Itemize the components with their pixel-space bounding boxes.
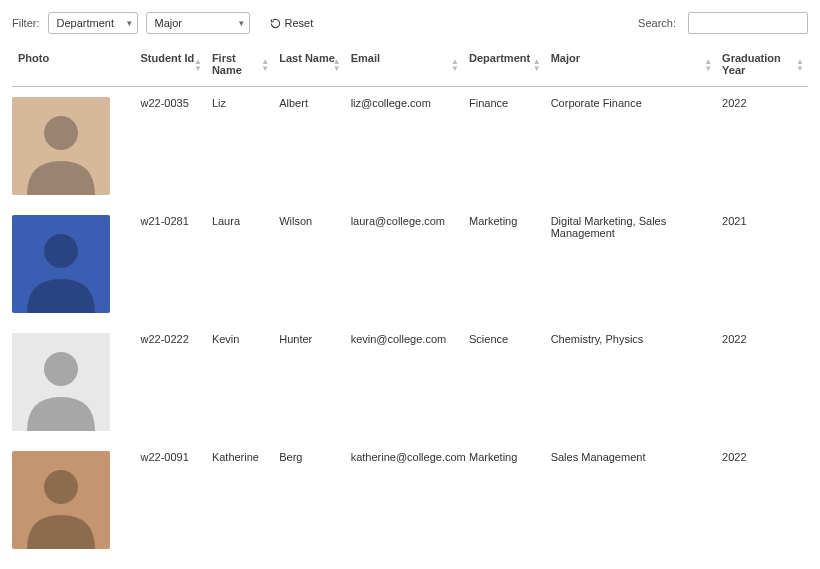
- cell-graduation-year: 2022: [716, 441, 808, 559]
- cell-major: Digital Marketing, Sales Management: [545, 205, 716, 323]
- reset-label: Reset: [285, 17, 314, 29]
- major-select-wrap: Major: [146, 12, 250, 34]
- sort-icon: ▲▼: [451, 58, 459, 72]
- cell-student-id: w22-0035: [134, 87, 205, 206]
- table-row: w22-0111 Kara White kara@college.com Fin…: [12, 559, 808, 569]
- cell-student-id: w21-0281: [134, 205, 205, 323]
- cell-email: kevin@college.com: [345, 323, 463, 441]
- cell-email: liz@college.com: [345, 87, 463, 206]
- col-fn-label: First Name: [212, 52, 242, 76]
- department-select[interactable]: Department: [48, 12, 138, 34]
- cell-graduation-year: 2022: [716, 559, 808, 569]
- col-graduation-year[interactable]: Graduation Year▲▼: [716, 44, 808, 87]
- cell-department: Finance: [463, 87, 545, 206]
- sort-icon: ▲▼: [704, 58, 712, 72]
- cell-photo: [12, 559, 134, 569]
- cell-student-id: w22-0111: [134, 559, 205, 569]
- sort-icon: ▲▼: [261, 58, 269, 72]
- cell-first-name: Katherine: [206, 441, 273, 559]
- major-select[interactable]: Major: [146, 12, 250, 34]
- col-dept-label: Department: [469, 52, 530, 64]
- cell-email: kara@college.com: [345, 559, 463, 569]
- col-department[interactable]: Department▲▼: [463, 44, 545, 87]
- col-photo[interactable]: Photo: [12, 44, 134, 87]
- cell-major: Chemistry, Physics: [545, 323, 716, 441]
- cell-email: laura@college.com: [345, 205, 463, 323]
- col-email[interactable]: Email▲▼: [345, 44, 463, 87]
- table-header-row: Photo Student Id▲▼ First Name▲▼ Last Nam…: [12, 44, 808, 87]
- svg-point-5: [44, 352, 78, 386]
- reset-icon: [270, 18, 281, 29]
- cell-first-name: Kevin: [206, 323, 273, 441]
- table-row: w21-0281 Laura Wilson laura@college.com …: [12, 205, 808, 323]
- cell-email: katherine@college.com: [345, 441, 463, 559]
- cell-last-name: White: [273, 559, 344, 569]
- cell-department: Marketing: [463, 441, 545, 559]
- cell-last-name: Berg: [273, 441, 344, 559]
- cell-last-name: Wilson: [273, 205, 344, 323]
- students-table: Photo Student Id▲▼ First Name▲▼ Last Nam…: [12, 44, 808, 569]
- sort-icon: ▲▼: [533, 58, 541, 72]
- cell-student-id: w22-0091: [134, 441, 205, 559]
- cell-graduation-year: 2021: [716, 205, 808, 323]
- cell-last-name: Albert: [273, 87, 344, 206]
- department-select-wrap: Department: [48, 12, 138, 34]
- sort-icon: ▲▼: [333, 58, 341, 72]
- cell-photo: [12, 205, 134, 323]
- cell-department: Finance: [463, 559, 545, 569]
- cell-photo: [12, 87, 134, 206]
- table-row: w22-0035 Liz Albert liz@college.com Fina…: [12, 87, 808, 206]
- svg-point-3: [44, 234, 78, 268]
- student-photo: [12, 215, 110, 313]
- col-major[interactable]: Major▲▼: [545, 44, 716, 87]
- cell-first-name: Liz: [206, 87, 273, 206]
- student-photo: [12, 333, 110, 431]
- table-row: w22-0091 Katherine Berg katherine@colleg…: [12, 441, 808, 559]
- filter-label: Filter:: [12, 17, 40, 29]
- cell-first-name: Laura: [206, 205, 273, 323]
- search-label: Search:: [638, 17, 676, 29]
- cell-student-id: w22-0222: [134, 323, 205, 441]
- col-ln-label: Last Name: [279, 52, 335, 64]
- reset-button[interactable]: Reset: [264, 14, 320, 32]
- student-photo: [12, 451, 110, 549]
- col-last-name[interactable]: Last Name▲▼: [273, 44, 344, 87]
- col-first-name[interactable]: First Name▲▼: [206, 44, 273, 87]
- cell-department: Marketing: [463, 205, 545, 323]
- col-year-label: Graduation Year: [722, 52, 781, 76]
- sort-icon: ▲▼: [796, 58, 804, 72]
- col-student-id[interactable]: Student Id▲▼: [134, 44, 205, 87]
- sort-icon: ▲▼: [194, 58, 202, 72]
- svg-point-1: [44, 116, 78, 150]
- cell-major: Financial Analysis, Statistics: [545, 559, 716, 569]
- col-major-label: Major: [551, 52, 580, 64]
- table-row: w22-0222 Kevin Hunter kevin@college.com …: [12, 323, 808, 441]
- search-input[interactable]: [688, 12, 808, 34]
- cell-graduation-year: 2022: [716, 323, 808, 441]
- filter-toolbar: Filter: Department Major Reset Search:: [12, 12, 808, 34]
- cell-last-name: Hunter: [273, 323, 344, 441]
- cell-photo: [12, 441, 134, 559]
- svg-point-7: [44, 470, 78, 504]
- cell-department: Science: [463, 323, 545, 441]
- cell-graduation-year: 2022: [716, 87, 808, 206]
- student-photo: [12, 97, 110, 195]
- cell-first-name: Kara: [206, 559, 273, 569]
- cell-photo: [12, 323, 134, 441]
- col-id-label: Student Id: [140, 52, 194, 64]
- cell-major: Corporate Finance: [545, 87, 716, 206]
- col-email-label: Email: [351, 52, 380, 64]
- cell-major: Sales Management: [545, 441, 716, 559]
- col-photo-label: Photo: [18, 52, 49, 64]
